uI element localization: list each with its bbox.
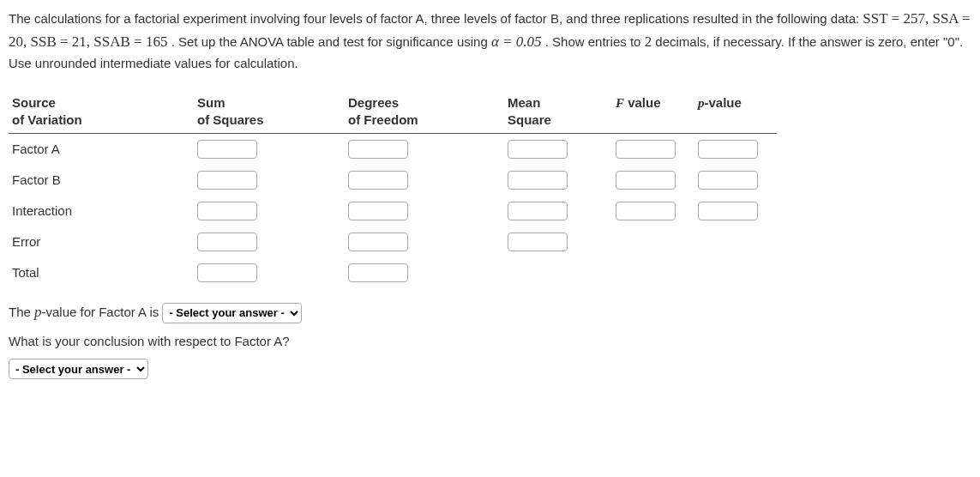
problem-text-1: The calculations for a factorial experim… xyxy=(9,11,863,26)
table-row: Factor A xyxy=(9,134,777,166)
factor-a-f-input[interactable] xyxy=(616,140,676,159)
interaction-f-input[interactable] xyxy=(616,202,676,220)
pvalue-factor-a-line: The p-value for Factor A is - Select you… xyxy=(9,297,971,328)
table-row: Factor B xyxy=(9,165,777,196)
pvalue-factor-a-select[interactable]: - Select your answer - xyxy=(162,303,302,323)
interaction-p-input[interactable] xyxy=(698,202,758,220)
header-p-value: p-value xyxy=(694,91,777,134)
alpha-value: α = 0.05 xyxy=(491,33,542,50)
problem-text-2: . Set up the ANOVA table and test for si… xyxy=(171,34,491,49)
factor-b-p-input[interactable] xyxy=(698,171,758,190)
header-source: Source of Variation xyxy=(9,91,194,134)
factor-a-df-input[interactable] xyxy=(348,140,408,159)
row-label-interaction: Interaction xyxy=(9,196,194,226)
factor-b-ms-input[interactable] xyxy=(508,171,568,190)
anova-table: Source of Variation Sum of Squares Degre… xyxy=(9,91,777,288)
interaction-ms-input[interactable] xyxy=(508,202,568,220)
factor-a-p-input[interactable] xyxy=(698,140,758,159)
p-label: p xyxy=(34,304,42,320)
conclusion-factor-a-question: What is your conclusion with respect to … xyxy=(9,328,971,355)
conclusion-factor-a-select[interactable]: - Select your answer - xyxy=(9,359,148,379)
row-label-total: Total xyxy=(9,257,194,288)
row-label-factor-b: Factor B xyxy=(9,165,194,196)
header-f-value: F value xyxy=(612,91,694,134)
error-ms-input[interactable] xyxy=(508,232,568,251)
row-label-factor-a: Factor A xyxy=(9,134,194,166)
row-label-error: Error xyxy=(9,226,194,257)
interaction-df-input[interactable] xyxy=(348,202,408,220)
problem-statement: The calculations for a factorial experim… xyxy=(9,7,971,74)
table-row: Total xyxy=(9,257,777,288)
table-row: Error xyxy=(9,226,777,257)
problem-text-3: . Show entries to xyxy=(545,34,645,49)
total-ss-input[interactable] xyxy=(197,263,257,282)
error-ss-input[interactable] xyxy=(197,232,257,251)
factor-b-df-input[interactable] xyxy=(348,171,408,190)
header-degrees-freedom: Degrees of Freedom xyxy=(345,91,504,134)
interaction-ss-input[interactable] xyxy=(197,202,257,220)
table-row: Interaction xyxy=(9,196,777,226)
header-sum-squares: Sum of Squares xyxy=(194,91,345,134)
error-df-input[interactable] xyxy=(348,232,408,251)
factor-b-ss-input[interactable] xyxy=(197,171,257,190)
decimals-count: 2 xyxy=(645,33,652,50)
header-mean-square: Mean Square xyxy=(504,91,612,134)
factor-b-f-input[interactable] xyxy=(616,171,676,190)
factor-a-ms-input[interactable] xyxy=(508,140,568,159)
total-df-input[interactable] xyxy=(348,263,408,282)
factor-a-ss-input[interactable] xyxy=(197,140,257,159)
